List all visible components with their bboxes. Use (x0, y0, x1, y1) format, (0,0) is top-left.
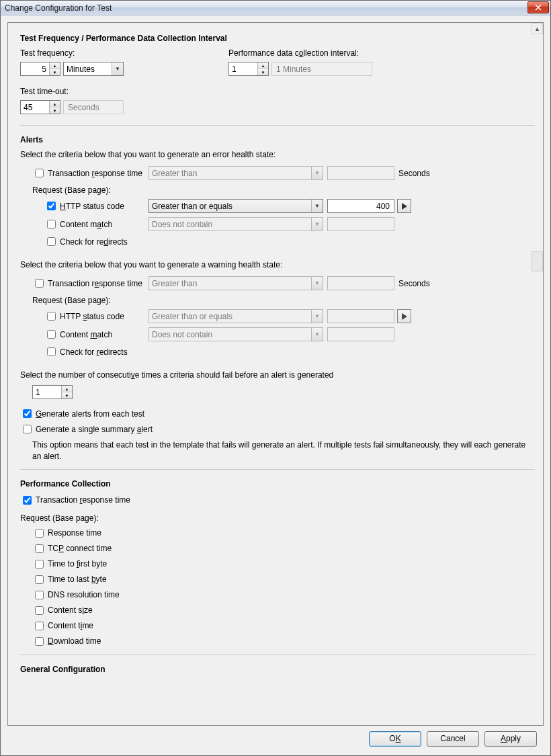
alerts-note: This option means that each test in the … (32, 439, 529, 462)
chevron-down-icon: ▼ (311, 328, 323, 341)
error-content-checkbox[interactable] (47, 220, 56, 228)
test-frequency-input[interactable] (21, 62, 49, 75)
error-http-label: HTTP status code (60, 202, 149, 211)
error-request-base-label: Request (Base page): (32, 185, 535, 195)
timeout-label: Test time-out: (20, 87, 535, 96)
error-content-label: Content match (60, 220, 149, 229)
warn-content-checkbox[interactable] (47, 330, 56, 339)
seconds-unit-2: Seconds (398, 279, 430, 288)
close-button[interactable] (527, 1, 549, 13)
error-trt-value-field (327, 166, 394, 180)
perf-interval-spinner[interactable]: ▲▼ (228, 62, 269, 76)
scroll-up-button[interactable]: ▲ (532, 23, 543, 34)
error-criteria-intro: Select the criteria below that you want … (20, 150, 535, 159)
warn-http-value-field (327, 309, 394, 323)
error-http-value-input[interactable] (331, 201, 391, 212)
consecutive-input[interactable] (33, 386, 61, 398)
warn-request-base-label: Request (Base page): (32, 296, 535, 305)
chevron-down-icon: ▼ (311, 310, 323, 323)
perf-tcp-label: TCP connect time (48, 544, 112, 553)
apply-button[interactable]: Apply (484, 731, 537, 747)
error-redirects-checkbox[interactable] (47, 237, 56, 246)
error-content-value-field (327, 217, 394, 231)
perf-response-label: Response time (48, 528, 101, 538)
warn-http-label: HTTP status code (60, 312, 149, 321)
error-http-value-field[interactable] (327, 199, 394, 213)
timeout-spinner[interactable]: ▲▼ (20, 100, 60, 114)
spin-down-icon[interactable]: ▼ (258, 69, 268, 75)
gen-each-label: Generate alerts from each test (36, 409, 144, 419)
gen-each-checkbox[interactable] (23, 409, 32, 418)
consecutive-spinner[interactable]: ▲▼ (32, 385, 73, 399)
chevron-up-icon: ▲ (534, 26, 540, 32)
warn-http-op-combo: Greater than or equals ▼ (149, 309, 323, 323)
perf-interval-unit-box: 1 Minutes (271, 62, 372, 76)
cancel-button[interactable]: Cancel (427, 731, 479, 747)
warn-trt-op-combo: Greater than ▼ (149, 276, 323, 290)
spin-up-icon[interactable]: ▲ (62, 386, 72, 392)
perf-response-checkbox[interactable] (35, 529, 44, 538)
spin-up-icon[interactable]: ▲ (258, 62, 268, 69)
perf-lastbyte-label: Time to last byte (48, 575, 107, 584)
chevron-down-icon: ▼ (112, 62, 123, 75)
warn-trt-checkbox[interactable] (35, 279, 44, 288)
window-title: Change Configuration for Test (5, 3, 112, 13)
perf-firstbyte-label: Time to first byte (48, 559, 107, 569)
error-http-op-combo[interactable]: Greater than or equals ▼ (149, 199, 323, 213)
section-general-title: General Configuration (20, 665, 535, 674)
ok-label: OK (389, 734, 400, 743)
warn-redirects-checkbox[interactable] (47, 347, 56, 356)
spin-down-icon[interactable]: ▼ (50, 108, 60, 114)
ok-button[interactable]: OK (369, 731, 421, 747)
perf-firstbyte-checkbox[interactable] (35, 560, 44, 569)
perf-interval-label: Performance data collection interval: (228, 48, 430, 58)
test-frequency-spinner[interactable]: ▲▼ (20, 62, 60, 76)
error-http-checkbox[interactable] (47, 202, 56, 210)
perf-lastbyte-checkbox[interactable] (35, 575, 44, 584)
warning-criteria-intro: Select the criteria below that you want … (20, 260, 535, 269)
perf-dl-checkbox[interactable] (35, 637, 44, 646)
perf-dns-checkbox[interactable] (35, 591, 44, 599)
spin-down-icon[interactable]: ▼ (50, 69, 60, 75)
test-frequency-label: Test frequency: (20, 48, 202, 58)
scroll-thumb[interactable] (532, 251, 543, 271)
content-scrollable: ▲ Test Frequency / Performance Data Coll… (7, 22, 544, 726)
warn-content-op-text: Does not contain (152, 330, 212, 339)
section-perf-title: Performance Collection (20, 479, 535, 489)
divider (20, 655, 535, 655)
gen-summary-checkbox[interactable] (23, 425, 32, 433)
divider (20, 469, 535, 470)
warn-content-label: Content match (60, 330, 149, 339)
warn-http-play-button[interactable] (397, 309, 411, 323)
chevron-down-icon: ▼ (311, 277, 323, 290)
warn-http-checkbox[interactable] (47, 312, 56, 321)
warn-trt-op-text: Greater than (152, 279, 197, 288)
section-frequency-title: Test Frequency / Performance Data Collec… (20, 34, 535, 43)
perf-trt-checkbox[interactable] (23, 496, 32, 505)
error-http-play-button[interactable] (397, 199, 411, 213)
dialog-window: Change Configuration for Test ▲ Test Fre… (0, 0, 551, 756)
content-outer: ▲ Test Frequency / Performance Data Coll… (1, 15, 550, 755)
section-alerts-title: Alerts (20, 135, 535, 144)
perf-interval-input[interactable] (229, 62, 257, 75)
error-redirects-label: Check for redirects (60, 237, 128, 247)
warn-trt-value-field (327, 276, 394, 290)
gen-summary-label: Generate a single summary alert (36, 425, 153, 434)
warn-content-op-combo: Does not contain ▼ (149, 327, 323, 341)
perf-csize-checkbox[interactable] (35, 606, 44, 615)
timeout-input[interactable] (21, 101, 49, 114)
close-icon (535, 4, 542, 11)
perf-tcp-checkbox[interactable] (35, 544, 44, 553)
perf-ctime-checkbox[interactable] (35, 622, 44, 630)
spin-up-icon[interactable]: ▲ (50, 101, 60, 108)
test-frequency-unit-combo[interactable]: Minutes ▼ (63, 62, 124, 76)
spin-up-icon[interactable]: ▲ (50, 62, 60, 69)
spin-down-icon[interactable]: ▼ (62, 392, 72, 398)
perf-request-base-label: Request (Base page): (20, 513, 535, 523)
perf-interval-unit-text: 1 Minutes (276, 65, 311, 74)
perf-dl-label: Download time (48, 636, 101, 646)
chevron-down-icon: ▼ (311, 218, 323, 230)
error-trt-checkbox[interactable] (35, 169, 44, 177)
perf-csize-label: Content size (48, 605, 93, 615)
warn-trt-label: Transaction response time (48, 279, 149, 288)
